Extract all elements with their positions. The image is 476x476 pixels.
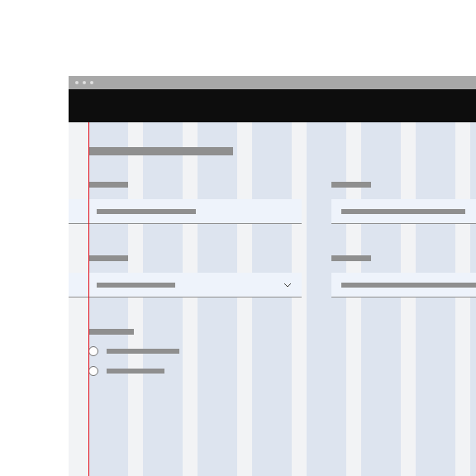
form-wireframe: Section heading placeholder Label Text i… [69, 122, 476, 386]
window-control-close[interactable] [75, 81, 79, 84]
field-label [88, 182, 128, 188]
margin-guideline [88, 122, 89, 476]
select-field: Label Select option [88, 255, 302, 298]
radio-icon [88, 366, 98, 376]
section-title [88, 147, 233, 155]
field-label [88, 329, 134, 335]
radio-group: Label Option one Option two [88, 329, 476, 376]
form-row: Label Select option Label Text input [88, 255, 476, 298]
input-value-placeholder [341, 283, 476, 288]
text-input[interactable]: Text input value [69, 199, 302, 224]
select-input[interactable]: Select option [69, 273, 302, 298]
radio-option-label [107, 369, 164, 374]
radio-option[interactable]: Option two [88, 366, 476, 376]
window-control-minimize[interactable] [83, 81, 86, 84]
chevron-down-icon [283, 283, 292, 288]
text-field: Label Text input value [88, 182, 302, 224]
window-control-maximize[interactable] [90, 81, 93, 84]
text-input[interactable]: Text input value longer [331, 199, 476, 224]
input-value-placeholder [97, 209, 196, 214]
form-row: Label Text input value Label Text input … [88, 182, 476, 224]
input-value-placeholder [97, 283, 175, 288]
text-field: Label Text input value extended [331, 255, 476, 298]
field-label [331, 182, 371, 188]
input-value-placeholder [341, 209, 465, 214]
browser-window: Section heading placeholder Label Text i… [69, 76, 476, 476]
radio-icon [88, 346, 98, 356]
window-title-bar [69, 76, 476, 89]
text-field: Label Text input value longer [331, 182, 476, 224]
content-area: Section heading placeholder Label Text i… [69, 122, 476, 476]
app-header [69, 89, 476, 122]
field-label [331, 255, 371, 261]
field-label [88, 255, 128, 261]
radio-option[interactable]: Option one [88, 346, 476, 356]
text-input[interactable]: Text input value extended [331, 273, 476, 298]
radio-option-label [107, 349, 179, 354]
